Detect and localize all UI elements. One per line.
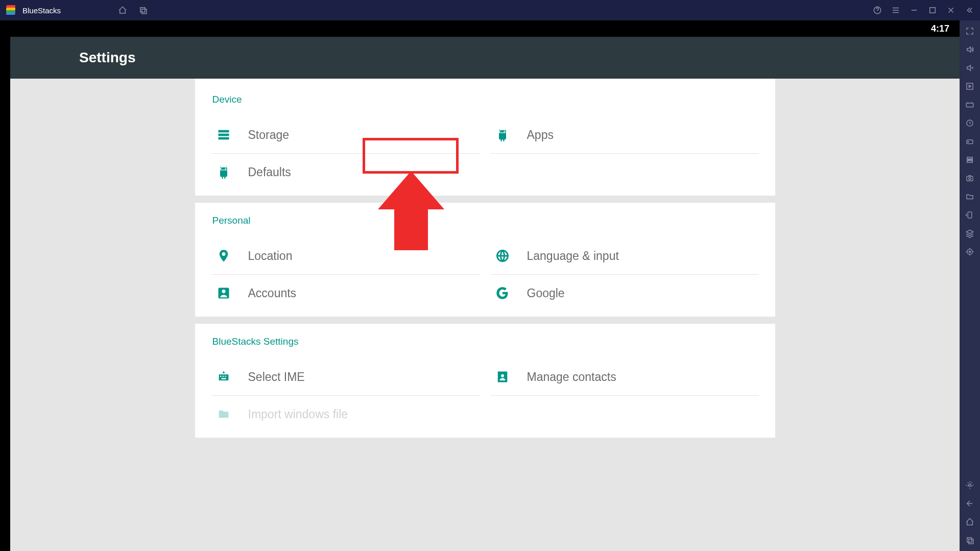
section-title-personal: Personal [211,215,759,226]
setting-label: Google [527,286,565,300]
svg-rect-22 [967,176,973,181]
maximize-icon[interactable] [928,6,937,15]
status-time: 4:17 [931,23,949,34]
location-icon [217,249,231,263]
back-icon[interactable] [965,499,974,508]
setting-label: Storage [248,128,290,142]
setting-item-google[interactable]: Google [490,275,759,312]
svg-point-9 [222,290,225,293]
setting-item-contacts[interactable]: Manage contacts [490,358,759,396]
play-icon[interactable] [965,82,974,91]
settings-icon[interactable] [965,481,974,490]
page-title: Settings [79,50,135,66]
storage-icon [217,128,231,142]
section-title-device: Device [211,94,759,105]
setting-label: Manage contacts [527,370,616,384]
setting-item-language[interactable]: Language & input [490,237,759,275]
settings-header: Settings [10,37,960,79]
multi-instance-icon[interactable] [138,6,148,15]
svg-rect-4 [218,130,229,133]
close-icon[interactable] [946,6,955,15]
account-icon [217,286,231,300]
keyboard-icon [217,370,231,384]
svg-rect-5 [218,134,229,136]
folder-icon[interactable] [965,192,974,201]
location-sidebar-icon[interactable] [965,247,974,256]
recents-icon[interactable] [965,536,974,545]
setting-item-location[interactable]: Location [211,237,480,275]
svg-rect-28 [967,538,972,542]
apk-icon[interactable]: APK [965,155,974,164]
google-icon [495,286,510,300]
svg-rect-6 [218,137,229,140]
section-bluestacks: BlueStacks Settings Select IME Manage co… [195,324,775,438]
svg-text:APK: APK [967,159,972,161]
svg-rect-1 [142,9,147,14]
android-icon [217,165,231,179]
folder-icon [217,407,231,421]
app-name: BlueStacks [22,6,61,15]
title-bar-left: BlueStacks [6,5,148,15]
section-personal: Personal Location Language & input [195,203,775,317]
volume-up-icon[interactable] [965,45,974,54]
setting-item-ime[interactable]: Select IME [211,358,480,396]
home-sidebar-icon[interactable] [965,517,974,526]
android-status-bar: 4:17 [10,20,960,37]
svg-point-26 [969,251,971,253]
layers-icon[interactable] [965,229,974,238]
section-device: Device Storage Apps [195,79,775,196]
home-icon[interactable] [118,6,127,15]
help-icon[interactable] [873,6,882,15]
game-controls-icon[interactable] [965,137,974,146]
setting-item-defaults[interactable]: Defaults [211,154,480,190]
right-sidebar: APK [960,20,980,551]
svg-rect-3 [930,8,936,13]
setting-item-storage[interactable]: Storage [211,116,480,154]
setting-label: Import windows file [248,408,348,421]
fullscreen-icon[interactable] [965,27,974,36]
svg-rect-0 [140,8,145,12]
android-icon [495,128,510,142]
content-area: 4:17 Settings Device Storage [0,20,960,551]
rotate-icon[interactable] [965,210,974,220]
svg-point-27 [969,484,971,487]
collapse-icon[interactable] [965,6,974,15]
svg-point-14 [501,374,504,377]
minimize-icon[interactable] [910,6,919,15]
svg-rect-29 [969,539,973,544]
screenshot-icon[interactable] [965,174,974,183]
globe-icon [495,249,510,263]
setting-item-apps[interactable]: Apps [490,116,759,154]
setting-label: Location [248,249,293,263]
svg-rect-12 [496,376,497,377]
svg-rect-11 [496,373,497,374]
svg-rect-13 [496,379,497,380]
setting-label: Defaults [248,165,291,179]
svg-point-23 [969,178,971,180]
sync-icon[interactable] [965,118,974,128]
section-title-bluestacks: BlueStacks Settings [211,336,759,347]
setting-label: Accounts [248,286,297,300]
setting-label: Apps [527,128,554,142]
title-bar: BlueStacks [0,0,980,20]
bluestacks-logo-icon [6,5,16,15]
contacts-icon [495,370,510,384]
setting-label: Select IME [248,370,305,384]
menu-icon[interactable] [891,6,900,15]
setting-label: Language & input [527,249,619,263]
setting-item-import[interactable]: Import windows file [211,396,480,433]
svg-rect-24 [968,212,972,218]
keyboard-map-icon[interactable] [965,100,974,109]
volume-down-icon[interactable] [965,63,974,73]
svg-rect-17 [966,103,973,107]
setting-item-accounts[interactable]: Accounts [211,275,480,312]
